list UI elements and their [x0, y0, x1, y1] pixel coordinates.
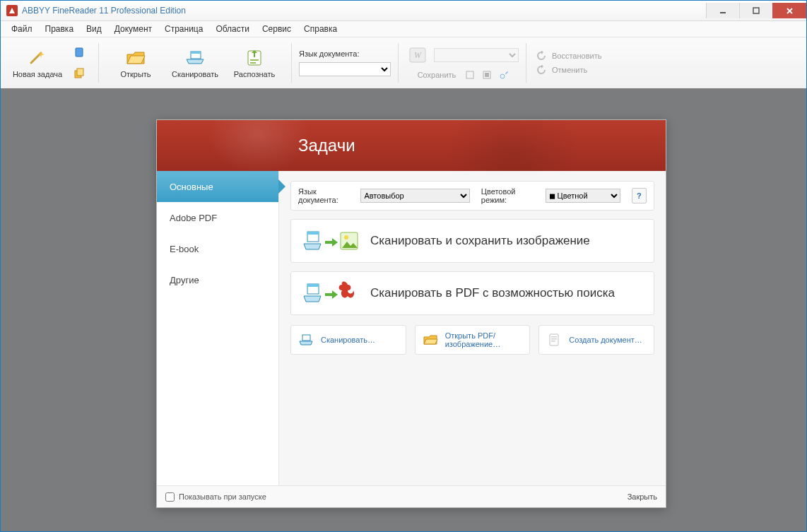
svg-rect-23	[550, 334, 558, 345]
menu-help[interactable]: Справка	[298, 23, 343, 35]
document-small-icon	[546, 333, 562, 347]
toolbar-restore-button: Восстановить	[536, 51, 601, 61]
minimize-icon	[719, 7, 726, 14]
menu-areas[interactable]: Области	[209, 23, 256, 35]
tasks-main: Язык документа: Автовыбор Цветовой режим…	[279, 171, 666, 485]
menu-view[interactable]: Вид	[80, 23, 108, 35]
toolbar-undo-label: Отменить	[552, 66, 587, 74]
save-word-icon: W	[406, 45, 430, 65]
toolbar-new-task-label: Новая задача	[13, 70, 62, 78]
save-small-icon-1	[465, 69, 475, 81]
toolbar-history-group: Восстановить Отменить	[526, 37, 611, 88]
tasks-nav-basic[interactable]: Основные	[157, 171, 278, 202]
toolbar-open-label: Открыть	[120, 70, 151, 78]
toolbar-language-group: Язык документа:	[292, 37, 398, 88]
tasks-bottom-row: Сканировать… Открыть PDF/изображение…	[290, 325, 654, 355]
toolbar-save-label: Сохранить	[416, 71, 459, 81]
folder-small-icon	[423, 333, 438, 347]
scan-to-image-icon	[301, 228, 360, 254]
app-title: ABBYY FineReader 11 Professional Edition	[22, 6, 186, 16]
toolbar-language-select[interactable]	[299, 62, 391, 76]
svg-rect-26	[551, 341, 555, 342]
svg-rect-25	[551, 338, 557, 340]
menu-edit[interactable]: Правка	[39, 23, 81, 35]
tasks-create-doc-button-label: Создать документ…	[569, 336, 642, 344]
svg-rect-12	[466, 71, 473, 78]
toolbar-scan-button[interactable]: Сканировать	[165, 40, 225, 85]
tasks-help-button[interactable]: ?	[632, 188, 647, 203]
svg-rect-14	[485, 73, 489, 77]
toolbar-scan-label: Сканировать	[172, 70, 218, 78]
maximize-icon	[753, 7, 760, 14]
window-close-button[interactable]	[772, 3, 806, 18]
svg-point-19	[344, 235, 348, 240]
tasks-title: Задачи	[298, 136, 355, 155]
tasks-nav-ebook[interactable]: E-book	[157, 233, 278, 264]
toolbar-recognize-button[interactable]: Распознать	[225, 40, 284, 85]
toolbar-open-button[interactable]: Открыть	[106, 40, 165, 85]
svg-text:W: W	[414, 50, 422, 60]
save-small-icon-2	[482, 69, 492, 81]
toolbar-recognize-label: Распознать	[234, 70, 275, 78]
scanner-small-icon	[298, 333, 314, 347]
window-maximize-button[interactable]	[739, 3, 772, 18]
folder-open-icon	[124, 48, 147, 68]
tasks-scan-button-label: Сканировать…	[321, 336, 375, 344]
svg-point-15	[500, 74, 505, 78]
task-scan-to-image[interactable]: Сканировать и сохранить изображение	[290, 219, 654, 263]
task-scan-to-pdf-label: Сканировать в PDF с возможностью поиска	[370, 286, 615, 300]
svg-rect-1	[753, 8, 759, 13]
svg-rect-24	[551, 336, 557, 338]
tasks-show-on-start-label: Показывать при запуске	[179, 492, 266, 501]
menu-document[interactable]: Документ	[108, 23, 158, 35]
svg-rect-0	[720, 12, 726, 13]
tasks-lang-select[interactable]: Автовыбор	[360, 189, 469, 203]
tasks-options-row: Язык документа: Автовыбор Цветовой режим…	[290, 181, 654, 211]
tasks-nav-adobepdf[interactable]: Adobe PDF	[157, 202, 278, 233]
tasks-nav: Основные Adobe PDF E-book Другие	[157, 171, 279, 485]
tasks-footer: Показывать при запуске Закрыть	[157, 485, 666, 507]
tasks-show-on-start-input[interactable]	[165, 492, 175, 502]
svg-rect-4	[77, 69, 83, 76]
app-window: ABBYY FineReader 11 Professional Edition…	[0, 0, 807, 532]
toolbar-new-task-button[interactable]: Новая задача	[8, 40, 67, 85]
menu-service[interactable]: Сервис	[256, 23, 298, 35]
svg-rect-9	[250, 62, 256, 64]
svg-rect-22	[302, 335, 310, 341]
window-minimize-button[interactable]	[706, 3, 739, 18]
tasks-show-on-start-checkbox[interactable]: Показывать при запуске	[165, 492, 266, 502]
menubar: Файл Правка Вид Документ Страница Област…	[1, 21, 806, 37]
close-icon	[786, 7, 794, 15]
task-scan-to-pdf[interactable]: Сканировать в PDF с возможностью поиска	[290, 271, 654, 315]
tasks-open-pdf-button-label: Открыть PDF/изображение…	[445, 331, 523, 348]
menu-page[interactable]: Страница	[158, 23, 209, 35]
tasks-nav-other[interactable]: Другие	[157, 264, 278, 295]
svg-rect-8	[250, 59, 259, 61]
svg-rect-17	[307, 232, 319, 235]
tasks-color-select[interactable]: ◼ Цветной	[546, 189, 620, 203]
scan-to-pdf-icon	[301, 280, 360, 306]
document-area: Задачи Основные Adobe PDF E-book Другие …	[1, 88, 806, 531]
tasks-header: Задачи	[157, 120, 666, 171]
tasks-scan-button[interactable]: Сканировать…	[290, 325, 406, 355]
redo-icon	[536, 51, 546, 61]
tasks-create-doc-button[interactable]: Создать документ…	[538, 325, 654, 355]
toolbar-undo-button: Отменить	[536, 65, 601, 75]
toolbar-mini-doc-icon[interactable]	[71, 45, 87, 60]
save-small-icon-3	[499, 69, 509, 81]
tasks-nav-adobepdf-label: Adobe PDF	[170, 213, 217, 223]
menu-file[interactable]: Файл	[5, 23, 39, 35]
task-scan-to-image-label: Сканировать и сохранить изображение	[370, 234, 590, 248]
svg-rect-2	[76, 48, 83, 57]
wand-icon	[26, 48, 49, 68]
tasks-open-pdf-button[interactable]: Открыть PDF/изображение…	[415, 325, 531, 355]
toolbar-mini-copy-icon[interactable]	[71, 66, 87, 81]
svg-rect-6	[191, 52, 201, 54]
titlebar: ABBYY FineReader 11 Professional Edition	[1, 1, 806, 21]
help-icon: ?	[637, 191, 642, 200]
tasks-close-link[interactable]: Закрыть	[628, 492, 657, 501]
toolbar-save-group: W Сохранить	[399, 37, 526, 88]
tasks-nav-ebook-label: E-book	[170, 244, 199, 254]
undo-icon	[536, 65, 546, 75]
toolbar-language-label: Язык документа:	[299, 49, 391, 58]
